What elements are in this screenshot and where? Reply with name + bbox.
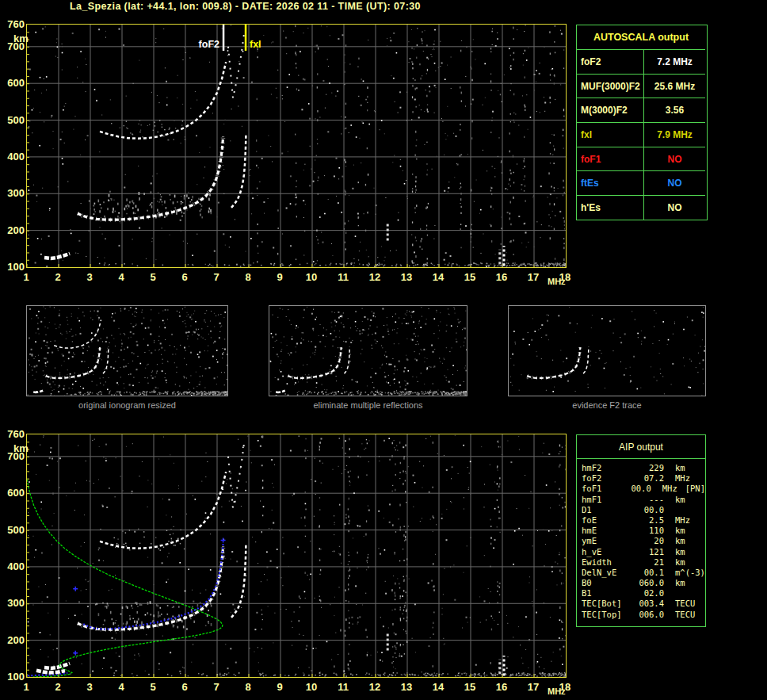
y-axis-label: 760 <box>0 18 25 30</box>
aip-row-label: foE <box>582 515 631 526</box>
thumbnail-original-ionogram <box>26 305 228 396</box>
aip-output-table: AIP output hmF2229kmfoF207.2MHzfoF100.0M… <box>576 434 706 627</box>
autoscala-output-table: AUTOSCALA output foF27.2 MHzMUF(3000)F22… <box>576 25 708 220</box>
x-axis-label: 17 <box>523 681 544 693</box>
aip-row-unit: m^(-3) <box>675 568 705 578</box>
aip-row-unit: km <box>675 578 685 588</box>
aip-row-TEC[Top]: TEC[Top]006.0TECU <box>582 610 705 620</box>
aip-row-hmF1: hmF1---km <box>582 495 705 505</box>
aip-row-value: 00.0 <box>623 484 651 494</box>
y-axis-label: 500 <box>0 523 25 535</box>
y-axis-unit: km <box>13 33 29 44</box>
thumbnail-caption-1: original ionogram resized <box>26 400 228 410</box>
x-axis-label: 7 <box>206 681 227 693</box>
autoscala-table-header: AUTOSCALA output <box>577 25 705 49</box>
aip-row-label: ymE <box>582 536 631 546</box>
x-axis-label: 16 <box>491 681 512 693</box>
aip-row-label: hmF2 <box>582 463 631 473</box>
aip-row-label: h_vE <box>582 547 631 557</box>
thumbnail-caption-3: evidence F2 trace <box>508 400 706 410</box>
y-axis-unit: km <box>13 442 29 454</box>
aip-row-B1: B102.0 <box>582 588 705 599</box>
aip-row-label: foF2 <box>582 473 631 484</box>
x-axis-label: 3 <box>79 681 100 693</box>
aip-table-rows: hmF2229kmfoF207.2MHzfoF100.0MHz[PN]hmF1-… <box>577 459 705 620</box>
x-axis-label: 15 <box>460 681 480 693</box>
x-axis-label: 8 <box>238 271 258 283</box>
aip-row-label: foF1 <box>582 484 623 494</box>
y-axis-label: 500 <box>0 113 25 125</box>
thumb_original-canvas <box>27 306 227 396</box>
marker-label-fxI: fxI <box>250 39 261 50</box>
aip-row-foE: foE2.5MHz <box>582 515 705 526</box>
thumbnail-eliminate-multiples <box>269 305 467 396</box>
aip-row-foF1: foF100.0MHz[PN] <box>582 484 705 494</box>
thumb_evidence-canvas <box>509 306 705 396</box>
aip-row-value: 07.2 <box>631 473 664 484</box>
x-axis-label: 16 <box>491 271 512 283</box>
x-axis-label: 17 <box>523 271 544 283</box>
x-axis-label: 2 <box>48 681 68 693</box>
x-axis-label: 11 <box>333 681 353 693</box>
y-axis-label: 200 <box>0 224 25 235</box>
y-axis-label: 200 <box>0 633 25 645</box>
aip-row-value: 060.0 <box>631 578 664 588</box>
x-axis-label: 6 <box>174 271 195 283</box>
ionogram-plot-top: foF2fxI <box>26 24 567 268</box>
aip-row-label: D1 <box>582 505 631 515</box>
autoscala-row-label-ftEs: ftEs <box>577 170 643 195</box>
x-axis-unit: MHz <box>548 687 566 696</box>
thumbnail-evidence-f2-trace <box>508 305 706 396</box>
aip-row-label: Ewidth <box>582 557 631 568</box>
aip-row-label: B0 <box>582 578 631 588</box>
aip-row-note: [PN] <box>685 484 705 494</box>
x-axis-label: 4 <box>111 681 132 693</box>
aip-row-Ewidth: Ewidth21km <box>582 557 705 568</box>
aip-row-label: TEC[Top] <box>582 610 631 620</box>
x-axis-label: 3 <box>79 271 100 283</box>
autoscala-row-value-foF1: NO <box>643 147 705 171</box>
autoscala-row-label-fxI: fxI <box>577 122 643 147</box>
station-title: La_Spezia (lat: +44.1, lon: 009.8) - DAT… <box>70 1 421 12</box>
x-axis-label: 8 <box>238 681 258 693</box>
aip-row-B0: B0060.0km <box>582 578 705 588</box>
autoscala-row-label-foF1: foF1 <box>577 147 643 171</box>
aip-row-unit: km <box>675 495 685 505</box>
aip-row-unit: km <box>675 557 685 568</box>
x-axis-label: 1 <box>16 681 36 693</box>
marker-label-foF2: foF2 <box>199 39 219 50</box>
thumb_no_multiples-canvas <box>269 306 467 396</box>
aip-row-unit: TECU <box>675 599 695 609</box>
bottom_ionogram-canvas <box>27 434 566 677</box>
aip-row-label: hmE <box>582 526 631 536</box>
x-axis-label: 10 <box>301 681 322 693</box>
top_ionogram-canvas: foF2fxI <box>27 25 566 267</box>
y-axis-label: 600 <box>0 77 25 89</box>
aip-row-value: 006.0 <box>631 610 664 620</box>
x-axis-label: 9 <box>269 271 290 283</box>
aip-row-unit: km <box>675 526 685 536</box>
aip-row-value: 2.5 <box>631 515 664 526</box>
aip-row-h_vE: h_vE121km <box>582 547 705 557</box>
aip-row-foF2: foF207.2MHz <box>582 473 705 484</box>
aip-row-label: TEC[Bot] <box>582 599 631 609</box>
autoscala-row-value-MUF(3000)F2: 25.6 MHz <box>643 74 705 98</box>
aip-row-ymE: ymE20km <box>582 536 705 546</box>
y-axis-label: 600 <box>0 487 25 499</box>
aip-row-unit: km <box>675 547 685 557</box>
autoscala-row-label-h'Es: h'Es <box>577 195 643 220</box>
aip-row-value: 00.0 <box>631 505 664 515</box>
aip-row-unit: km <box>675 463 685 473</box>
x-axis-label: 5 <box>143 271 163 283</box>
autoscala-row-value-fxI: 7.9 MHz <box>643 122 705 147</box>
autoscala-row-label-MUF(3000)F2: MUF(3000)F2 <box>577 74 643 98</box>
x-axis-unit: MHz <box>548 277 566 286</box>
aip-row-unit: MHz <box>675 515 690 526</box>
y-axis-label: 300 <box>0 187 25 199</box>
autoscala-row-value-ftEs: NO <box>643 170 705 195</box>
aip-row-value: 21 <box>631 557 664 568</box>
x-axis-label: 13 <box>396 681 417 693</box>
aip-row-value: 00.1 <box>631 568 664 578</box>
x-axis-label: 9 <box>269 681 290 693</box>
y-axis-label: 300 <box>0 597 25 609</box>
